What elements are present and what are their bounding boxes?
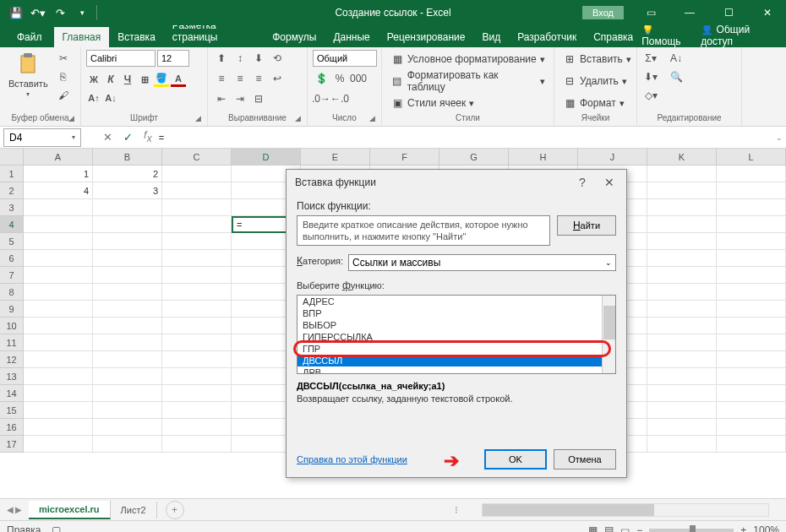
tab-view[interactable]: Вид <box>473 27 509 47</box>
cell[interactable] <box>162 368 232 385</box>
redo-icon[interactable]: ↷ <box>51 3 69 22</box>
row-header[interactable]: 17 <box>0 436 24 453</box>
cell[interactable] <box>93 334 162 351</box>
align-middle-icon[interactable]: ↕ <box>232 50 248 67</box>
cell[interactable]: 3 <box>93 182 162 199</box>
close-icon[interactable]: ✕ <box>749 0 786 25</box>
row-header[interactable]: 10 <box>0 318 24 334</box>
col-header[interactable]: A <box>24 149 93 166</box>
cell[interactable] <box>162 250 232 267</box>
login-button[interactable]: Вход <box>582 6 624 19</box>
minimize-icon[interactable]: — <box>671 0 708 25</box>
cell[interactable] <box>162 166 232 182</box>
function-list[interactable]: АДРЕС ВПР ВЫБОР ГИПЕРССЫЛКА ГПР ДВССЫЛ Д… <box>297 295 616 374</box>
cell[interactable] <box>162 199 232 216</box>
number-format-input[interactable] <box>313 50 377 67</box>
cell[interactable] <box>24 250 93 267</box>
cell[interactable] <box>93 351 162 368</box>
cell[interactable] <box>24 368 93 385</box>
dialog-close-icon[interactable]: ✕ <box>601 176 618 189</box>
cell[interactable] <box>93 250 162 267</box>
cell[interactable] <box>717 182 786 199</box>
view-break-icon[interactable]: ▭ <box>620 524 630 533</box>
col-header[interactable]: L <box>717 149 786 166</box>
col-header[interactable]: K <box>647 149 717 166</box>
cell[interactable] <box>717 318 786 334</box>
cell[interactable] <box>24 436 93 453</box>
tab-review[interactable]: Рецензирование <box>379 27 474 47</box>
row-header[interactable]: 6 <box>0 250 24 267</box>
row-header[interactable]: 14 <box>0 385 24 402</box>
undo-icon[interactable]: ↶▾ <box>29 3 47 22</box>
find-select-icon[interactable]: 🔍 <box>668 68 685 85</box>
align-bottom-icon[interactable]: ⬇ <box>250 50 267 67</box>
cut-icon[interactable]: ✂ <box>55 50 72 67</box>
border-icon[interactable]: ⊞ <box>137 72 152 87</box>
row-header[interactable]: 9 <box>0 301 24 318</box>
tab-formulas[interactable]: Формулы <box>264 27 325 47</box>
cell[interactable] <box>717 233 786 250</box>
zoom-slider[interactable] <box>649 529 734 532</box>
cell[interactable] <box>162 182 232 199</box>
cell[interactable] <box>162 284 232 301</box>
row-header[interactable]: 12 <box>0 351 24 368</box>
cell[interactable] <box>647 334 717 351</box>
number-launcher-icon[interactable]: ◢ <box>369 114 379 124</box>
col-header[interactable]: J <box>578 149 647 166</box>
share-button[interactable]: 👤 Общий доступ <box>701 24 776 47</box>
ribbon-options-icon[interactable]: ▭ <box>632 0 669 25</box>
row-header[interactable]: 8 <box>0 284 24 301</box>
cell[interactable] <box>647 182 717 199</box>
cell[interactable] <box>93 318 162 334</box>
cancel-button[interactable]: Отмена <box>554 449 616 470</box>
cell[interactable] <box>93 301 162 318</box>
cell[interactable] <box>647 199 717 216</box>
merge-icon[interactable]: ⊟ <box>250 90 267 107</box>
cell[interactable] <box>162 419 232 436</box>
decrease-font-icon[interactable]: A↓ <box>103 90 118 106</box>
cell[interactable] <box>647 351 717 368</box>
align-left-icon[interactable]: ≡ <box>213 70 230 87</box>
cell[interactable] <box>162 402 232 419</box>
cell[interactable] <box>647 318 717 334</box>
cell[interactable] <box>162 334 232 351</box>
font-color-icon[interactable]: A <box>171 72 186 87</box>
cell[interactable] <box>93 385 162 402</box>
fill-color-icon[interactable]: 🪣 <box>154 72 169 87</box>
cell[interactable] <box>162 436 232 453</box>
list-item[interactable]: АДРЕС <box>297 296 615 307</box>
cell[interactable] <box>162 318 232 334</box>
align-right-icon[interactable]: ≡ <box>250 70 267 87</box>
cell[interactable] <box>24 267 93 284</box>
cell[interactable] <box>24 233 93 250</box>
cell[interactable] <box>162 385 232 402</box>
formula-bar[interactable]: = <box>152 133 772 143</box>
cell[interactable] <box>162 233 232 250</box>
align-center-icon[interactable]: ≡ <box>232 70 248 87</box>
fx-icon[interactable]: fx <box>144 128 152 147</box>
cell[interactable] <box>162 216 232 233</box>
list-item[interactable]: ГПР <box>297 343 615 355</box>
horizontal-scrollbar[interactable] <box>482 503 769 517</box>
zoom-in-icon[interactable]: + <box>740 524 746 533</box>
macro-record-icon[interactable]: ▢ <box>52 524 61 533</box>
tab-insert[interactable]: Вставка <box>109 27 164 47</box>
cell[interactable] <box>647 216 717 233</box>
cell[interactable]: 4 <box>24 182 93 199</box>
cell[interactable] <box>162 301 232 318</box>
bold-button[interactable]: Ж <box>86 72 101 87</box>
cell[interactable] <box>717 199 786 216</box>
save-icon[interactable]: 💾 <box>7 3 25 22</box>
cell-styles-button[interactable]: ▣Стили ячеек ▾ <box>387 94 478 112</box>
cell[interactable] <box>647 419 717 436</box>
tell-me[interactable]: 💡 Помощь <box>641 24 690 47</box>
enter-formula-icon[interactable]: ✓ <box>118 128 137 147</box>
cell[interactable] <box>717 284 786 301</box>
cell[interactable] <box>93 419 162 436</box>
cell[interactable] <box>24 216 93 233</box>
row-header[interactable]: 7 <box>0 267 24 284</box>
italic-button[interactable]: К <box>103 72 118 87</box>
format-cells-button[interactable]: ▦Формат ▾ <box>559 94 628 112</box>
list-item[interactable]: ДРВ <box>297 366 615 374</box>
cell[interactable] <box>162 267 232 284</box>
